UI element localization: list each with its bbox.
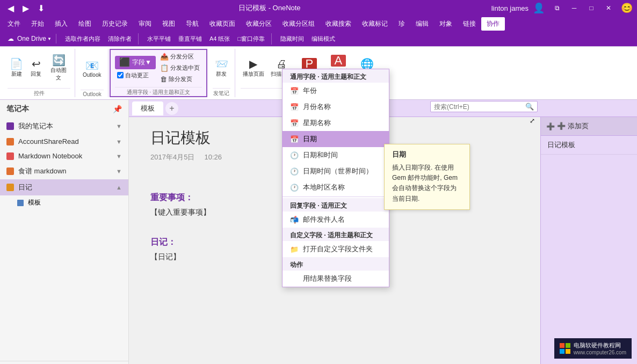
- dropdown-item-timezone[interactable]: 🕐 本地时区名称: [283, 179, 389, 195]
- share-items: 📄 新建 ↩ 回复 🔄 自动图文: [8, 49, 70, 87]
- clear-author-btn[interactable]: 清除作者: [106, 34, 134, 43]
- section-label-template: 模板: [28, 198, 41, 207]
- page-list-item-template[interactable]: 日记模板: [541, 136, 637, 155]
- dropdown-item-sender[interactable]: 📬 邮件发件人名: [283, 212, 389, 228]
- horizontal-btn[interactable]: 水平平铺: [145, 34, 173, 43]
- restore-btn[interactable]: ↩ 回复: [27, 57, 45, 79]
- custom-fields-separator: 自定义字段 · 适用主题和正文: [283, 228, 389, 241]
- item-label-world: 日期时间（世界时间）: [303, 166, 373, 176]
- distribute-btn[interactable]: 📤 分发分区: [158, 52, 202, 62]
- remove-distribute-btn[interactable]: 🗑 除分发页: [158, 74, 202, 84]
- new-icon: 📄: [10, 59, 23, 69]
- menu-fav-tag[interactable]: 收藏标记: [357, 17, 393, 31]
- forward-button[interactable]: ▶: [19, 2, 32, 14]
- menu-nav[interactable]: 导航: [180, 17, 204, 31]
- notebook-item-markdown[interactable]: Markdown Notebook ▼: [0, 149, 128, 163]
- dropdown-menu: 通用字段 · 适用主题和正文 📅 年份 📅 月份名称 📅 星期名称 📅 日期 🕐…: [282, 69, 389, 287]
- menu-view[interactable]: 视图: [157, 17, 180, 31]
- distribute-sel-icon: 📋: [160, 64, 169, 72]
- notebook-item-mine[interactable]: 我的笔记本 ▼: [0, 118, 128, 134]
- menu-collaborate[interactable]: 协作: [481, 17, 505, 31]
- menu-insert[interactable]: 插入: [49, 17, 73, 31]
- menu-start[interactable]: 开始: [26, 17, 49, 31]
- ribbon-group-field: ⬛ 字段▼ 自动更正 📤 分发分区 📋 分发选中页: [110, 49, 207, 97]
- menu-fav-page[interactable]: 收藏页面: [204, 17, 241, 31]
- menu-fav-section[interactable]: 收藏分区: [241, 17, 277, 31]
- dropdown-item-year[interactable]: 📅 年份: [283, 83, 389, 99]
- send-label: 群发: [216, 70, 227, 78]
- dropdown-item-datetime[interactable]: 🕐 日期和时间: [283, 147, 389, 163]
- notebook-item-recipe[interactable]: 食谱 markdown ▼: [0, 163, 128, 179]
- add-page-btn[interactable]: ➕ ➕ 添加页: [546, 121, 589, 131]
- nav-buttons: ◀ ▶ ⬇: [4, 2, 48, 14]
- calendar-icon-year: 📅: [290, 87, 299, 95]
- minimize-button[interactable]: ─: [566, 0, 582, 16]
- window-dock-btn[interactable]: □窗口停靠: [235, 34, 267, 43]
- outlook-icon-btn[interactable]: 📧 Outlook: [81, 59, 103, 79]
- notebook-item-diary[interactable]: 日记 ▲: [0, 179, 128, 195]
- section-item-template[interactable]: 模板: [0, 195, 128, 210]
- watermark-text: 电脑软硬件教程网: [574, 341, 626, 350]
- onedrive-arrow: ▼: [47, 37, 52, 41]
- outlook-items: 📧 Outlook: [81, 49, 104, 89]
- back-button[interactable]: ◀: [4, 2, 17, 14]
- restore-button[interactable]: ⧉: [549, 0, 565, 16]
- notebook-label-recipe: 食谱 markdown: [18, 166, 116, 176]
- distribute-selected-btn[interactable]: 📋 分发选中页: [158, 63, 202, 73]
- distribute-icon: 📤: [160, 53, 169, 61]
- menu-file[interactable]: 文件: [2, 17, 26, 31]
- menu-fav-search[interactable]: 收藏搜索: [320, 17, 357, 31]
- right-panel-header: ➕ ➕ 添加页: [541, 117, 637, 136]
- edit-mode-btn[interactable]: 编辑模式: [309, 34, 337, 43]
- restore-icon: ↩: [32, 59, 41, 69]
- menu-fav-section-group[interactable]: 收藏分区组: [277, 17, 320, 31]
- new-btn[interactable]: 📄 新建: [8, 57, 25, 79]
- expand-btn[interactable]: ⤢: [530, 117, 535, 125]
- play-page-btn[interactable]: ▶ 播放页面: [241, 57, 266, 79]
- notebook-item-account[interactable]: AccountShareRead ▼: [0, 134, 128, 149]
- menu-draw[interactable]: 绘图: [73, 17, 97, 31]
- hide-time-btn[interactable]: 隐藏时间: [278, 34, 306, 43]
- view-group: 隐藏时间 编辑模式: [274, 33, 342, 45]
- notebook-color-markdown: [6, 152, 14, 160]
- username: linton james: [491, 4, 529, 12]
- a4-btn[interactable]: A4 纸张: [207, 34, 233, 43]
- vertical-btn[interactable]: 垂直平铺: [176, 34, 204, 43]
- dropdown-item-weekday[interactable]: 📅 星期名称: [283, 115, 389, 131]
- dropdown-item-replace[interactable]: 用结果替换字段: [283, 271, 389, 287]
- select-content-group: 选取作者内容 清除作者: [59, 33, 139, 45]
- dropdown-item-date[interactable]: 📅 日期: [283, 131, 389, 147]
- menu-object[interactable]: 对象: [434, 17, 458, 31]
- clock-icon-tz: 🕐: [290, 184, 299, 192]
- auto-icon: 🔄: [52, 55, 66, 65]
- notebook-arrow-recipe: ▼: [116, 168, 122, 174]
- pin-icon[interactable]: 📌: [113, 105, 122, 113]
- onedrive-dropdown[interactable]: One Drive ▼: [17, 35, 52, 42]
- menu-link[interactable]: 链接: [458, 17, 481, 31]
- window-title: 日记模板 - OneNote: [48, 3, 491, 13]
- search-input[interactable]: [434, 103, 523, 111]
- dropdown-item-open-folder[interactable]: 📁 打开自定义字段文件夹: [283, 241, 389, 257]
- send-items: 📨 群发: [213, 49, 230, 87]
- select-content-btn[interactable]: 选取作者内容: [63, 34, 103, 43]
- auto-btn[interactable]: 🔄 自动图文: [47, 54, 70, 83]
- auto-update-btn[interactable]: 自动更正: [115, 70, 156, 81]
- field-btn[interactable]: ⬛ 字段▼: [115, 56, 156, 69]
- dropdown-button[interactable]: ⬇: [34, 2, 48, 14]
- menu-precious[interactable]: 珍: [393, 17, 410, 31]
- maximize-button[interactable]: □: [583, 0, 599, 16]
- dropdown-item-month[interactable]: 📅 月份名称: [283, 99, 389, 115]
- date-text: 2017年4月5日: [150, 153, 194, 161]
- send-btn[interactable]: 📨 群发: [213, 57, 230, 79]
- menu-review[interactable]: 审阅: [133, 17, 157, 31]
- send-icon: 📨: [215, 59, 228, 69]
- menu-edit[interactable]: 编辑: [410, 17, 434, 31]
- dropdown-item-datetime-world[interactable]: 🕐 日期时间（世界时间）: [283, 163, 389, 179]
- menu-history[interactable]: 历史记录: [97, 17, 133, 31]
- time-text: 10:26: [204, 153, 222, 161]
- auto-update-check[interactable]: [117, 72, 124, 78]
- tab-template[interactable]: 模板: [132, 101, 163, 115]
- quick-notes-footer[interactable]: 📓 快速笔记: [0, 361, 128, 364]
- tab-add-btn[interactable]: +: [165, 102, 178, 115]
- close-button[interactable]: ✕: [600, 0, 617, 16]
